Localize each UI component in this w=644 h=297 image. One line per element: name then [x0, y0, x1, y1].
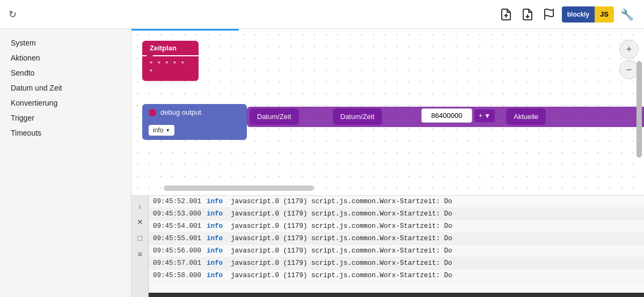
- log-level: info: [207, 235, 231, 242]
- wrench-icon[interactable]: 🔧: [618, 6, 635, 23]
- log-row: 09:45:58.000 info javascript.0 (1179) sc…: [149, 270, 644, 282]
- import-icon[interactable]: [519, 6, 536, 23]
- log-row: 09:45:55.001 info javascript.0 (1179) sc…: [149, 233, 644, 245]
- log-download-button[interactable]: ↓: [134, 200, 146, 212]
- log-filter-button[interactable]: ≡: [134, 248, 146, 260]
- zeitplan-block[interactable]: Zeitplan * * * * * *: [142, 41, 199, 81]
- blockly-js-toggle[interactable]: blockly JS: [562, 6, 614, 23]
- plus-dropdown[interactable]: + ▼: [474, 109, 495, 122]
- zeitplan-label: Zeitplan: [150, 44, 177, 52]
- debug-connector: [149, 109, 156, 116]
- sidebar: System Aktionen Sendto Datum und Zeit Ko…: [0, 29, 131, 297]
- log-level: info: [207, 259, 231, 267]
- log-time: 09:45:53.000: [153, 210, 207, 218]
- log-message: javascript.0 (1179) script.js.common.Wor…: [231, 222, 452, 230]
- sidebar-item-aktionen[interactable]: Aktionen: [0, 50, 131, 65]
- log-horizontal-scrollbar[interactable]: [149, 293, 644, 297]
- datumzeit-block-2[interactable]: Datum/Zeit: [333, 108, 382, 125]
- log-level: info: [207, 198, 231, 205]
- log-level: info: [207, 247, 231, 255]
- sidebar-item-sendto[interactable]: Sendto: [0, 65, 131, 80]
- main: System Aktionen Sendto Datum und Zeit Ko…: [0, 29, 644, 297]
- sidebar-item-system[interactable]: System: [0, 35, 131, 50]
- log-controls: ↓ ✕ □ ≡: [131, 196, 149, 297]
- zoom-in-button[interactable]: +: [619, 40, 639, 59]
- log-row: 09:45:53.000 info javascript.0 (1179) sc…: [149, 208, 644, 220]
- log-time: 09:45:55.001: [153, 235, 207, 242]
- refresh-icon[interactable]: ↻: [9, 9, 17, 20]
- datumzeit1-label: Datum/Zeit: [257, 113, 291, 121]
- sidebar-item-timeouts[interactable]: Timeouts: [0, 125, 131, 140]
- flag-icon[interactable]: [540, 6, 558, 23]
- log-message: javascript.0 (1179) script.js.common.Wor…: [231, 259, 452, 267]
- log-time: 09:45:57.001: [153, 259, 207, 267]
- datumzeit2-label: Datum/Zeit: [340, 113, 375, 121]
- aktuelle-label: Aktuelle: [514, 113, 538, 121]
- number-input[interactable]: 86400000: [421, 108, 472, 123]
- log-level: info: [207, 210, 231, 218]
- canvas-vertical-scrollbar[interactable]: [636, 61, 642, 158]
- log-time: 09:45:52.001: [153, 198, 207, 205]
- datumzeit-block-1[interactable]: Datum/Zeit: [250, 108, 299, 125]
- log-message: javascript.0 (1179) script.js.common.Wor…: [231, 210, 452, 218]
- log-time: 09:45:54.001: [153, 222, 207, 230]
- sidebar-item-konvertierung[interactable]: Konvertierung: [0, 95, 131, 110]
- log-message: javascript.0 (1179) script.js.common.Wor…: [231, 198, 452, 205]
- log-row: 09:45:54.001 info javascript.0 (1179) sc…: [149, 220, 644, 233]
- header-left: ↻: [9, 9, 17, 20]
- number-block[interactable]: 86400000 + ▼: [421, 108, 495, 123]
- log-clear-button[interactable]: ✕: [134, 216, 146, 228]
- log-entries: 09:45:52.001 info javascript.0 (1179) sc…: [149, 196, 644, 282]
- content-area: + − Zeitplan * * * * * *: [131, 29, 644, 297]
- log-message: javascript.0 (1179) script.js.common.Wor…: [231, 235, 452, 242]
- zoom-controls: + −: [619, 40, 639, 79]
- canvas-horizontal-scrollbar[interactable]: [164, 185, 314, 191]
- log-message: javascript.0 (1179) script.js.common.Wor…: [231, 272, 452, 279]
- zeitplan-value: * * * * * *: [150, 60, 186, 76]
- header: ↻ blockly JS: [0, 0, 644, 29]
- log-level: info: [207, 222, 231, 230]
- log-level: info: [207, 272, 231, 279]
- log-row: 09:45:57.001 info javascript.0 (1179) sc…: [149, 257, 644, 270]
- zoom-out-button[interactable]: −: [619, 60, 639, 79]
- blockly-button[interactable]: blockly: [562, 6, 595, 23]
- header-right: blockly JS 🔧: [497, 6, 635, 23]
- log-message: javascript.0 (1179) script.js.common.Wor…: [231, 247, 452, 255]
- log-copy-button[interactable]: □: [134, 232, 146, 244]
- block-canvas[interactable]: + − Zeitplan * * * * * *: [131, 29, 644, 195]
- aktuelle-block[interactable]: Aktuelle: [506, 108, 546, 125]
- sidebar-item-trigger[interactable]: Trigger: [0, 110, 131, 125]
- log-time: 09:45:56.000: [153, 247, 207, 255]
- js-button[interactable]: JS: [595, 6, 614, 23]
- debug-label: debug output: [160, 108, 201, 116]
- sidebar-item-datum-und-zeit[interactable]: Datum und Zeit: [0, 80, 131, 95]
- log-time: 09:45:58.000: [153, 272, 207, 279]
- log-row: 09:45:52.001 info javascript.0 (1179) sc…: [149, 196, 644, 208]
- debug-output-block[interactable]: debug output info ▼: [142, 104, 247, 140]
- export-icon[interactable]: [497, 6, 515, 23]
- log-area: ↓ ✕ □ ≡ 09:45:52.001 info javascript.0 (…: [131, 195, 644, 297]
- info-dropdown[interactable]: info ▼: [149, 125, 174, 136]
- log-row: 09:45:56.000 info javascript.0 (1179) sc…: [149, 245, 644, 257]
